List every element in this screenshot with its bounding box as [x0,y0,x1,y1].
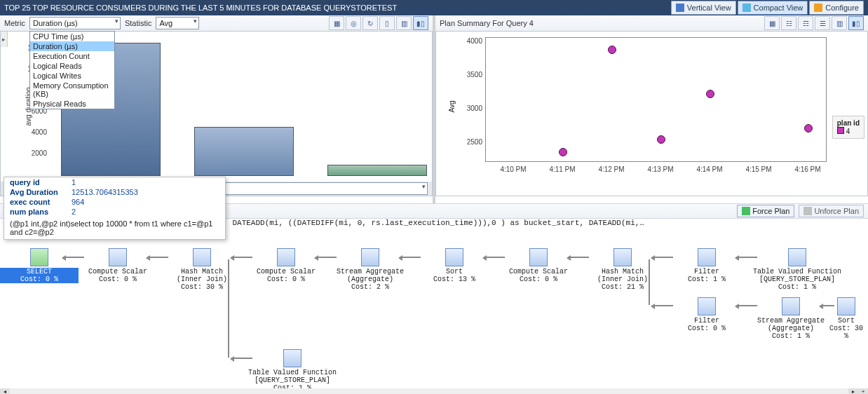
right-view-buttons: ▦ ☷ ☶ ☰ ▥ ▮▯ [764,16,864,30]
statistic-select[interactable]: Avg [156,17,199,29]
plan-node-cost: Cost: 13 % [415,276,494,283]
tooltip-value: 2 [72,208,76,216]
plan-node-title: Table Valued Function [247,369,338,376]
legend: plan id 4 [832,116,864,139]
scatter-point[interactable] [657,135,665,144]
configure-button[interactable]: Configure [809,1,864,15]
chart-icon[interactable]: ▮▯ [848,16,864,30]
plan-node-compute-scalar[interactable]: Compute Scalar Cost: 0 % [499,248,578,283]
bar-query-3[interactable] [194,127,294,176]
bar-tooltip: query id 1 Avg Duration 12513.7064315353… [4,177,226,240]
metric-option[interactable]: Logical Writes [30,71,114,81]
compute-scalar-icon [529,248,548,266]
x-tick: 4:16 PM [787,165,829,173]
stream-aggregate-icon [782,297,800,315]
horizontal-scrollbar[interactable]: ◂ ▸ + [0,388,868,394]
x-tick: 4:15 PM [738,165,780,173]
columns-icon[interactable]: ▥ [396,16,412,30]
plan-node-title: Table Valued Function [752,268,843,276]
plan-node-tvf[interactable]: Table Valued Function [QUERY_STORE_PLAN]… [247,349,338,388]
scatter-chart-area: Avg 4000 3500 3000 2500 4:10 PM 4:11 PM … [435,31,868,196]
plan-node-cost: Cost: 0 % [0,276,79,283]
x-tick: 4:14 PM [689,165,731,173]
plan-node-compute-scalar[interactable]: Compute Scalar Cost: 0 % [247,248,325,283]
collapse-icon[interactable]: ▸ [1,32,8,47]
grid-view-icon[interactable]: ▦ [764,16,780,30]
metric-select[interactable]: Duration (µs) [29,17,121,29]
title-text: TOP 25 TOP RESOURCE CONSUMERS DURING THE… [4,4,670,12]
plan-node-select[interactable]: SELECT Cost: 0 % [0,248,79,283]
filter-icon [698,248,716,266]
metric-dropdown[interactable]: CPU Time (µs) Duration (µs) Execution Co… [29,31,115,109]
force-plan-button[interactable]: Force Plan [737,205,794,217]
vertical-view-button[interactable]: Vertical View [671,1,736,15]
plan-node-subtitle: [QUERY_STORE_PLAN] [752,276,843,283]
plan-node-title: Compute Scalar [499,268,578,276]
tile-icon[interactable]: ▯ [379,16,395,30]
statistic-select-value: Avg [159,19,172,27]
metric-option[interactable]: CPU Time (µs) [30,32,114,41]
hash-match-icon [193,248,211,266]
chart-icon[interactable]: ▮▯ [413,16,428,30]
refresh-icon[interactable]: ↻ [362,16,378,30]
scroll-left-icon[interactable]: ◂ [0,388,10,394]
scatter-point[interactable] [559,148,567,156]
plan-node-cost: Cost: 0 % [499,276,578,283]
hash-match-icon [613,248,632,266]
title-bar: TOP 25 TOP RESOURCE CONSUMERS DURING THE… [0,0,868,15]
metric-option[interactable]: Execution Count [30,51,114,61]
plan-node-title: Stream Aggregate [752,317,830,325]
scatter-point[interactable] [706,90,714,98]
scroll-right-icon[interactable]: ▸ [848,388,858,394]
compact-view-button[interactable]: Compact View [738,1,808,15]
y-tick: 2500 [460,138,482,146]
vertical-view-label: Vertical View [687,4,731,12]
legend-label: 4 [846,128,850,135]
scatter-point[interactable] [804,124,813,133]
bar-query-4[interactable] [327,165,427,176]
layout-icon [676,4,684,12]
tooltip-row: exec count 964 [4,197,225,207]
metric-option[interactable]: Memory Consumption (KB) [30,81,114,99]
tooltip-key: exec count [10,198,66,206]
plan-node-filter[interactable]: Filter Cost: 0 % [667,297,746,332]
tree2-view-icon[interactable]: ☶ [798,16,813,30]
scatter-point[interactable] [608,46,616,54]
y-tick: 4000 [460,37,482,45]
unforce-plan-label: Unforce Plan [814,207,859,215]
x-axis-select[interactable]: d [217,182,428,195]
left-view-buttons: ▦ ◎ ↻ ▯ ▥ ▮▯ [329,16,428,30]
tooltip-row: Avg Duration 12513.7064315353 [4,187,225,197]
plan-node-tvf[interactable]: Table Valued Function [QUERY_STORE_PLAN]… [752,248,843,291]
list-view-icon[interactable]: ☰ [815,16,830,30]
columns-icon[interactable]: ▥ [832,16,847,30]
compute-scalar-icon [277,248,295,266]
select-icon [30,248,48,266]
grid-view-icon[interactable]: ▦ [329,16,344,30]
metric-option[interactable]: Logical Reads [30,61,114,71]
metric-option[interactable]: Physical Reads [30,99,114,109]
unforce-plan-button[interactable]: Unforce Plan [799,205,864,217]
plan-node-cost: Cost: 0 % [667,325,746,332]
compute-scalar-icon [109,248,127,266]
tooltip-key: num plans [10,208,66,216]
scroll-track[interactable] [10,388,848,394]
plan-node-subtitle: (Aggregate) [331,276,409,283]
plan-node-cost: Cost: 0 % [79,276,157,283]
right-toolbar: Plan Summary For Query 4 ▦ ☷ ☶ ☰ ▥ ▮▯ [435,15,868,32]
configure-label: Configure [825,4,859,12]
plan-node-compute-scalar[interactable]: Compute Scalar Cost: 0 % [79,248,157,283]
scroll-expand-icon[interactable]: + [858,388,868,394]
metric-option[interactable]: Duration (µs) [30,41,114,51]
y-tick: 2000 [19,149,47,157]
plan-node-filter[interactable]: Filter Cost: 1 % [667,248,746,283]
target-icon[interactable]: ◎ [346,16,361,30]
plan-node-sort[interactable]: Sort Cost: 13 % [415,248,494,283]
plan-node-subtitle: (Inner Join) [163,276,241,283]
plan-node-cost: Cost: 1 % [752,332,830,340]
plan-node-sort[interactable]: Sort Cost: 30 % [829,297,864,340]
sort-icon [445,248,463,266]
execution-plan-canvas[interactable]: SELECT Cost: 0 % Compute Scalar Cost: 0 … [0,231,868,388]
y-tick: 3500 [460,71,482,79]
tree-view-icon[interactable]: ☷ [781,16,796,30]
